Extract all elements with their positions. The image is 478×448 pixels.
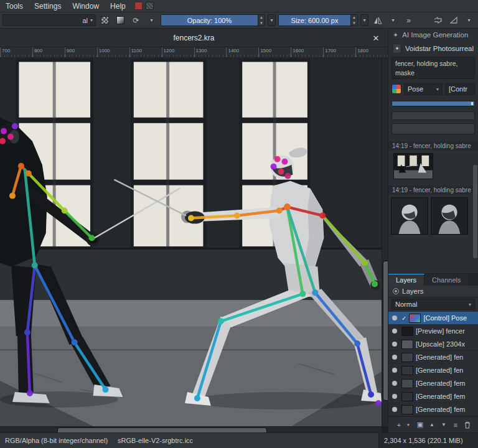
layer-thumbnail [401,405,413,414]
control-layer-select[interactable]: [Contr [445,83,475,95]
pose-icon [391,84,401,94]
reload-preset-button[interactable]: ⟳ [129,14,143,27]
toolbar-overflow-button[interactable]: » [402,14,415,27]
menu-item[interactable]: Help [105,0,131,12]
blend-mode-select[interactable]: Normal ▾ [391,299,475,310]
scrollbar-thumb[interactable] [383,261,388,401]
generate-button[interactable] [391,123,475,134]
layer-row[interactable]: [Generated] fem [388,390,478,403]
main-area: fencers2.kra ✕ 7008009001000110012001300… [0,29,478,432]
reload-icon: ⟳ [133,16,139,25]
layer-visibility-icon[interactable] [392,381,397,386]
record-icon[interactable] [134,2,143,10]
scrollbar-thumb[interactable] [57,427,267,432]
duplicate-layer-button[interactable]: ▣ [415,419,426,431]
opacity-dropdown-button[interactable]: ▾ [268,14,276,26]
gradient-button[interactable] [114,14,127,27]
ruler-tick: 1300 [194,47,227,57]
ai-panel-header: ✦ AI Image Generation [388,29,478,41]
ruler-tick: 800 [32,47,65,57]
history-thumbnail[interactable] [393,153,433,179]
control-type-select[interactable]: Pose ▾ [404,83,443,95]
docker-tab-bar: Layers Channels [388,273,478,286]
menu-items: Tools Settings Window Help [0,0,131,12]
menu-item[interactable]: Tools [0,0,29,12]
ruler-tick: 900 [65,47,97,57]
spin-arrows[interactable]: ▲▼ [350,15,357,26]
horizontal-scrollbar[interactable] [0,426,382,432]
menu-item[interactable]: Settings [29,0,67,12]
vertical-scrollbar[interactable] [382,58,388,426]
control-layer-row: Pose ▾ [Contr [388,82,478,96]
layer-thumbnail [401,340,413,349]
history-thumbnail[interactable] [391,197,428,235]
image-dimensions-value: 2,304 x 1,536 (220.1 MiB) [384,437,463,444]
history-group-label: 14:19 - fencer, holding sabre [388,141,478,151]
layer-row[interactable]: [Generated] fen [388,351,478,364]
queue-bar[interactable] [391,111,475,120]
chevron-down-icon: ▾ [150,17,152,23]
layer-visibility-icon[interactable] [392,355,397,360]
layer-visibility-icon[interactable] [392,315,397,320]
layer-row[interactable]: [Generated] fem [388,403,478,416]
mirror-button[interactable] [371,14,384,27]
preset-combo[interactable]: al ▾ [2,14,96,26]
menu-item[interactable]: Window [67,0,105,12]
layer-visibility-icon[interactable] [392,329,397,334]
layer-row[interactable]: [Generated] fem [388,377,478,390]
document-tab[interactable]: fencers2.kra [173,34,214,42]
docker-tab[interactable]: Layers [388,274,424,286]
mirror-dropdown-button[interactable]: ▾ [387,14,400,27]
move-layer-up-button[interactable]: ▲ [426,419,438,431]
color-profile-label: sRGB-elle-V2-srgbtrc.icc [118,437,193,444]
generation-history: 14:19 - fencer, holding sabre 14:19 - fe… [388,138,478,238]
layer-name: [Control] Pose [423,314,467,322]
pattern-button[interactable] [98,14,111,27]
layer-row[interactable]: [Upscale] 2304x [388,338,478,351]
control-type-value: Pose [408,85,423,93]
delete-layer-button[interactable] [462,419,473,431]
layer-properties-button[interactable]: ≡ [450,419,461,431]
ruler-tick: 1600 [291,47,323,57]
control-layer-value: [Contr [449,85,467,93]
prompt-input[interactable]: fencer, holding sabre, maske station, cr… [391,57,475,79]
grid-icon[interactable] [146,2,154,10]
ruler-tick: 1700 [323,47,355,57]
canvas[interactable] [0,58,388,432]
size-dropdown-button[interactable]: ▾ [360,14,368,26]
arrow-down-icon: ▼ [258,21,265,26]
layer-row[interactable]: [Preview] fencer [388,325,478,338]
add-layer-dropdown[interactable]: ▾ [403,419,414,431]
history-thumbnail[interactable] [431,197,468,235]
layer-visibility-icon[interactable] [392,407,397,412]
size-spinbox[interactable]: Size: 600.00 px ▲▼ [278,14,358,26]
workspace-chooser-button[interactable]: ▾ [462,14,476,27]
layer-thumbnail [401,392,413,401]
close-icon[interactable]: ✕ [370,32,382,44]
layer-visibility-icon[interactable] [392,368,397,373]
layer-name: [Generated] fen [416,353,463,361]
properties-icon: ≡ [454,421,457,429]
slider-handle[interactable] [471,102,473,105]
panel-scrollbar[interactable] [473,165,477,258]
layer-thumbnail [409,314,421,323]
status-left: RGB/Alpha (8-bit integer/channel) sRGB-e… [0,437,193,444]
size-value: Size: 600.00 px [279,15,350,26]
layer-visibility-icon[interactable] [392,342,397,347]
strength-slider[interactable] [391,101,475,106]
preset-dropdown-button[interactable]: ▾ [145,14,158,27]
layers-docker-header: Layers [388,286,478,297]
style-selector[interactable]: ✦ Voidstar Photosurreal [388,41,478,56]
ruler-tick: 1400 [226,47,258,57]
docker-tab[interactable]: Channels [424,274,469,286]
opacity-spinbox[interactable]: Opacity: 100% ▲▼ [161,14,265,26]
spin-arrows[interactable]: ▲▼ [258,15,265,26]
wrap-around-button[interactable] [431,14,444,27]
layer-row[interactable]: ✓ [Control] Pose [388,312,478,325]
move-layer-down-button[interactable]: ▼ [438,419,449,431]
ruler-tick: 1800 [355,47,388,57]
layer-row[interactable]: [Generated] fen [388,364,478,377]
snap-button[interactable] [447,14,460,27]
status-bar: RGB/Alpha (8-bit integer/channel) sRGB-e… [0,432,478,448]
layer-visibility-icon[interactable] [392,394,397,399]
